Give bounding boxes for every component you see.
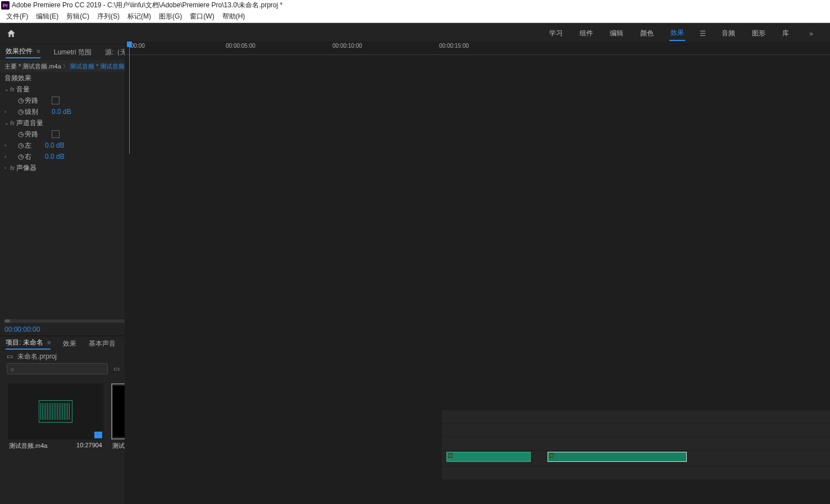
- item-name: 测试音频.m4a: [9, 442, 47, 450]
- left-value[interactable]: 0.0 dB: [45, 141, 65, 149]
- workspace-learning[interactable]: 学习: [548, 26, 564, 40]
- expand-icon[interactable]: ⌄: [4, 86, 10, 92]
- menu-sequence[interactable]: 序列(S): [93, 11, 124, 22]
- tab-project[interactable]: 项目: 未命名 ≡: [4, 336, 52, 352]
- track-content[interactable]: [442, 466, 830, 479]
- workspace-menu-icon[interactable]: ☰: [700, 30, 706, 38]
- expand-icon[interactable]: ⌄: [4, 120, 10, 126]
- stopwatch-icon[interactable]: ◷: [17, 108, 25, 116]
- item-duration: 10:27904: [76, 442, 102, 450]
- audio-clip[interactable]: fx: [446, 452, 531, 462]
- expand-icon[interactable]: ›: [4, 109, 10, 114]
- workspace-libraries[interactable]: 库: [781, 26, 790, 40]
- app-logo: Pr: [1, 1, 10, 10]
- tab-lumetri-scopes[interactable]: Lumetri 范围: [53, 45, 93, 59]
- ruler-mark: 00:00:10:00: [332, 43, 362, 49]
- menu-markers[interactable]: 标记(M): [124, 11, 155, 22]
- ec-timecode[interactable]: 00:00:00:00: [4, 326, 40, 333]
- fx-badge[interactable]: fx: [10, 120, 15, 126]
- menu-graphics[interactable]: 图形(G): [155, 11, 186, 22]
- expand-icon[interactable]: ›: [4, 143, 10, 148]
- search-icon: ⌕: [11, 365, 15, 372]
- menubar: 文件(F) 编辑(E) 剪辑(C) 序列(S) 标记(M) 图形(G) 窗口(W…: [0, 11, 830, 23]
- chevron-icon: 〉: [63, 63, 68, 70]
- workspace-editing[interactable]: 编辑: [609, 26, 624, 40]
- stopwatch-icon[interactable]: ◷: [17, 130, 25, 138]
- master-clip-label[interactable]: 主要 * 测试音频.m4a: [4, 62, 61, 71]
- new-bin-icon[interactable]: ▭: [113, 365, 120, 373]
- fx-badge[interactable]: fx: [10, 165, 15, 171]
- panel-menu-icon[interactable]: ≡: [47, 339, 51, 346]
- timeline-playhead[interactable]: [129, 42, 130, 154]
- menu-window[interactable]: 窗口(W): [186, 11, 218, 22]
- expand-icon[interactable]: ›: [4, 154, 10, 159]
- ruler-mark: 00:00:05:00: [226, 43, 256, 49]
- menu-clip[interactable]: 剪辑(C): [62, 11, 93, 22]
- tab-effects-panel[interactable]: 效果: [62, 337, 77, 351]
- panel-menu-icon[interactable]: ≡: [37, 48, 40, 54]
- home-button[interactable]: [0, 23, 22, 44]
- expand-icon[interactable]: ›: [4, 165, 10, 171]
- workspace-overflow[interactable]: »: [809, 30, 813, 38]
- home-icon: [6, 29, 16, 39]
- tab-effect-controls[interactable]: 效果控件 ≡: [4, 44, 42, 61]
- audio-badge-icon: [94, 432, 102, 438]
- stopwatch-icon[interactable]: ◷: [17, 97, 25, 104]
- menu-help[interactable]: 帮助(H): [218, 11, 249, 22]
- audio-clip-selected[interactable]: fx: [548, 452, 687, 462]
- level-value[interactable]: 0.0 dB: [52, 108, 71, 116]
- bypass-checkbox[interactable]: [52, 97, 60, 104]
- track-content[interactable]: [442, 424, 830, 437]
- fx-badge: fx: [448, 453, 453, 458]
- bin-icon[interactable]: ▭: [7, 352, 13, 360]
- stopwatch-icon[interactable]: ◷: [17, 153, 25, 161]
- workspace-assembly[interactable]: 组件: [578, 26, 594, 40]
- ruler-mark: 00:00:15:00: [439, 43, 469, 49]
- menu-file[interactable]: 文件(F): [2, 11, 32, 22]
- right-value[interactable]: 0.0 dB: [45, 153, 65, 161]
- fx-badge: fx: [549, 453, 554, 458]
- timeline-panel: × 测试音频 ≡ 00:00:00:00 ❄ ∩ ▮▮ ◆ 🔧 :00:00 0…: [317, 336, 830, 504]
- project-item-audio[interactable]: 测试音频.m4a10:27904: [8, 383, 103, 452]
- waveform-thumb: [39, 400, 72, 423]
- section-audio-effects: 音频效果: [4, 74, 31, 83]
- stopwatch-icon[interactable]: ◷: [17, 141, 25, 149]
- project-filename[interactable]: 未命名.prproj: [17, 352, 57, 361]
- search-input[interactable]: ⌕: [7, 363, 108, 374]
- fx-badge[interactable]: fx: [10, 86, 15, 93]
- workspace-effects[interactable]: 效果: [669, 26, 685, 41]
- menu-edit[interactable]: 编辑(E): [32, 11, 62, 22]
- track-content[interactable]: [442, 437, 830, 450]
- workspace-color[interactable]: 颜色: [639, 26, 655, 40]
- workspace-audio[interactable]: 音频: [720, 26, 736, 40]
- timeline-ruler[interactable]: :00:00 00:00:05:00 00:00:10:00 00:00:15:…: [125, 42, 830, 55]
- window-title: Adobe Premiere Pro CC 2019 - C:\用户\linfu…: [12, 1, 282, 10]
- tab-essential-sound[interactable]: 基本声音: [88, 337, 117, 351]
- bypass-checkbox[interactable]: [52, 130, 60, 138]
- track-content[interactable]: fx fx: [442, 451, 830, 466]
- scroll-handle[interactable]: [4, 319, 10, 323]
- track-content[interactable]: [442, 410, 830, 423]
- workspace-graphics[interactable]: 图形: [751, 26, 767, 40]
- titlebar: Pr Adobe Premiere Pro CC 2019 - C:\用户\li…: [0, 0, 830, 11]
